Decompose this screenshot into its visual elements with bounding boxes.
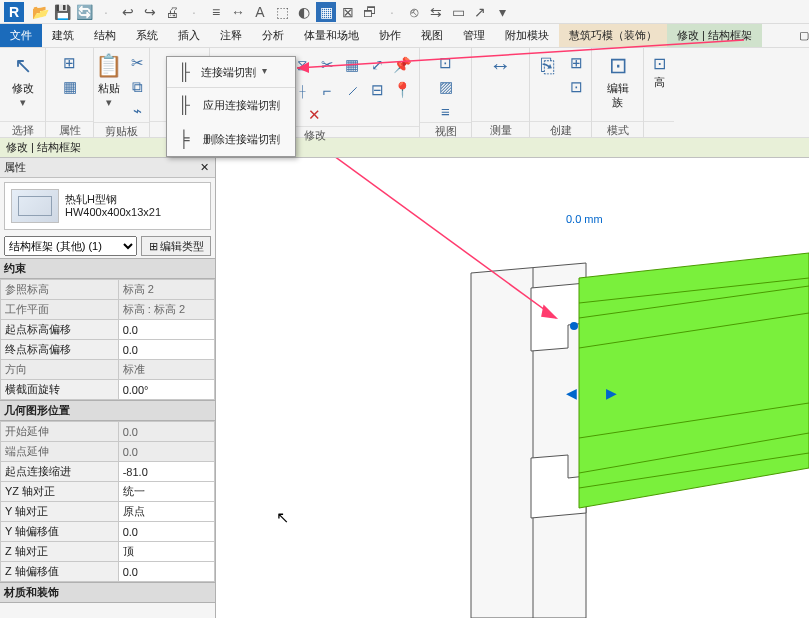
linework-icon[interactable]: ≡ — [435, 100, 457, 122]
dropdown-header[interactable]: ╟ 连接端切割 ▾ — [167, 57, 295, 88]
section-icon[interactable]: ◐ — [294, 2, 314, 22]
thin-lines-icon[interactable]: ▭ — [448, 2, 468, 22]
family-thumbnail — [11, 189, 59, 223]
ribbon-overflow[interactable]: ▢▾ — [789, 24, 809, 47]
property-value[interactable]: 0.0 — [118, 522, 214, 542]
highlight-icon[interactable]: ▦ — [316, 2, 336, 22]
flip-control-right[interactable]: ▶ — [606, 385, 617, 401]
property-row: 开始延伸0.0 — [1, 422, 215, 442]
paste-button[interactable]: 📋 粘贴 ▾ — [95, 52, 123, 108]
tab-modify-structural-framing[interactable]: 修改 | 结构框架 — [667, 24, 762, 47]
property-value[interactable]: 原点 — [118, 502, 214, 522]
panel-label-mode: 模式 — [592, 121, 643, 137]
highlight-button[interactable]: ⊡ 高 — [648, 52, 670, 88]
tab-insert[interactable]: 插入 — [168, 24, 210, 47]
match-icon[interactable]: ⌁ — [127, 100, 149, 122]
undo-icon[interactable]: ↩ — [118, 2, 138, 22]
category-selector[interactable]: 结构框架 (其他) (1) — [4, 236, 137, 256]
property-value[interactable]: 0.0 — [118, 562, 214, 582]
tab-structure[interactable]: 结构 — [84, 24, 126, 47]
create-similar-button[interactable]: ⎘ — [534, 52, 562, 80]
property-row: Z 轴对正顶 — [1, 542, 215, 562]
split-gap-icon[interactable]: ⊟ — [366, 79, 388, 101]
category-geometry[interactable]: 几何图形位置 — [0, 400, 215, 421]
unpin-icon[interactable]: 📍 — [391, 79, 413, 101]
override-icon[interactable]: ▨ — [435, 76, 457, 98]
sync2-icon[interactable]: 🗗 — [360, 2, 380, 22]
hide-icon[interactable]: ⊡ — [435, 52, 457, 74]
assembly-icon[interactable]: ⊞ — [566, 52, 588, 74]
property-value[interactable]: 0.00° — [118, 380, 214, 400]
app-logo: R — [4, 2, 24, 22]
main-menubar: 文件 建筑 结构 系统 插入 注释 分析 体量和场地 协作 视图 管理 附加模块… — [0, 24, 809, 48]
close-window-icon[interactable]: ⊠ — [338, 2, 358, 22]
dropdown-arrow-icon[interactable]: ▾ — [492, 2, 512, 22]
scale-icon[interactable]: ⤢ — [366, 54, 388, 76]
copy-icon[interactable]: ⧉ — [127, 76, 149, 98]
print-icon[interactable]: 🖨 — [162, 2, 182, 22]
property-value[interactable]: 0.0 — [118, 320, 214, 340]
property-value[interactable]: 顶 — [118, 542, 214, 562]
remove-join-end-cut-item[interactable]: ╞ 删除连接端切割 — [167, 122, 295, 156]
dimension-label[interactable]: 0.0 mm — [566, 213, 603, 225]
property-value[interactable]: 统一 — [118, 482, 214, 502]
tab-manage[interactable]: 管理 — [453, 24, 495, 47]
trim-corner-icon[interactable]: ⌐ — [316, 79, 338, 101]
property-value[interactable]: 0.0 — [118, 340, 214, 360]
similar-icon[interactable]: ⎋ — [404, 2, 424, 22]
measure-button[interactable]: ↔ — [480, 52, 522, 80]
edit-type-button[interactable]: ⊞ 编辑类型 — [141, 236, 211, 256]
apply-join-end-cut-item[interactable]: ╟ 应用连接端切割 — [167, 88, 295, 122]
edit-type-label: 编辑类型 — [160, 239, 204, 254]
lines-icon[interactable]: ≡ — [206, 2, 226, 22]
tab-analyze[interactable]: 分析 — [252, 24, 294, 47]
join-end-cut-dropdown: ╟ 连接端切割 ▾ ╟ 应用连接端切割 ╞ 删除连接端切割 — [166, 56, 296, 157]
filter-icon[interactable]: ▦ — [59, 76, 81, 98]
family-type-selector[interactable]: 热轧H型钢 HW400x400x13x21 — [4, 182, 211, 230]
split-icon[interactable]: ✂ — [316, 54, 338, 76]
ws-icon[interactable]: ↗ — [470, 2, 490, 22]
trim-single-icon[interactable]: ⟋ — [341, 79, 363, 101]
edit-family-button[interactable]: ⊡ 编辑 族 — [600, 52, 636, 108]
tab-systems[interactable]: 系统 — [126, 24, 168, 47]
tab-special[interactable]: 慧筑巧模（装饰） — [559, 24, 667, 47]
property-row: 方向标准 — [1, 360, 215, 380]
cut-icon[interactable]: ✂ — [127, 52, 149, 74]
tab-file[interactable]: 文件 — [0, 24, 42, 47]
dropdown-header-label: 连接端切割 — [201, 65, 256, 80]
sync-icon[interactable]: 🔄 — [74, 2, 94, 22]
type-props-icon[interactable]: ⊞ — [59, 52, 81, 74]
properties-scroll[interactable]: 约束 参照标高标高 2工作平面标高 : 标高 2起点标高偏移0.0终点标高偏移0… — [0, 258, 215, 618]
dim-icon[interactable]: ↔ — [228, 2, 248, 22]
tab-annotate[interactable]: 注释 — [210, 24, 252, 47]
tab-view[interactable]: 视图 — [411, 24, 453, 47]
family-type: HW400x400x13x21 — [65, 206, 161, 219]
viewport[interactable]: 0.0 mm — [216, 158, 809, 618]
pin-icon[interactable]: 📌 — [391, 54, 413, 76]
folder-open-icon[interactable]: 📂 — [30, 2, 50, 22]
3d-icon[interactable]: ⬚ — [272, 2, 292, 22]
tab-architecture[interactable]: 建筑 — [42, 24, 84, 47]
save-icon[interactable]: 💾 — [52, 2, 72, 22]
property-key: 端点延伸 — [1, 442, 119, 462]
category-constraints[interactable]: 约束 — [0, 258, 215, 279]
property-value[interactable]: -81.0 — [118, 462, 214, 482]
category-material[interactable]: 材质和装饰 — [0, 582, 215, 603]
flip-control-left[interactable]: ◀ — [566, 385, 577, 401]
edit-type-icon: ⊞ — [149, 240, 158, 253]
tab-addins[interactable]: 附加模块 — [495, 24, 559, 47]
tab-massing[interactable]: 体量和场地 — [294, 24, 369, 47]
close-panel-button[interactable]: ✕ — [197, 161, 211, 175]
switch-icon[interactable]: ⇆ — [426, 2, 446, 22]
modify-tool-button[interactable]: ↖ 修改 ▾ — [5, 52, 41, 108]
delete-icon[interactable]: ✕ — [304, 104, 326, 126]
tab-collaborate[interactable]: 协作 — [369, 24, 411, 47]
separator: · — [382, 2, 402, 22]
property-key: 起点标高偏移 — [1, 320, 119, 340]
text-icon[interactable]: A — [250, 2, 270, 22]
redo-icon[interactable]: ↪ — [140, 2, 160, 22]
drag-handle[interactable] — [570, 322, 578, 330]
array-icon[interactable]: ▦ — [341, 54, 363, 76]
panel-label-select: 选择 — [0, 121, 45, 137]
group-icon[interactable]: ⊡ — [566, 76, 588, 98]
